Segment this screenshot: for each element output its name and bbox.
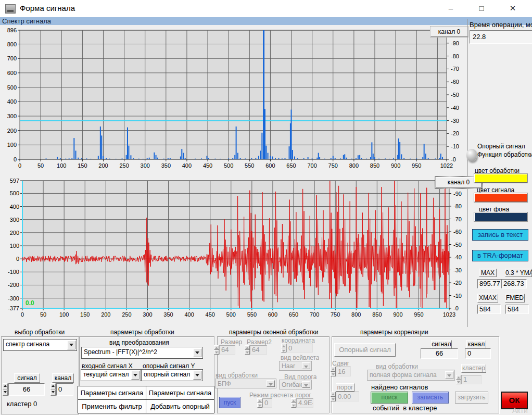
write-button[interactable]: записать: [412, 392, 449, 404]
chevron-down-icon[interactable]: [193, 348, 201, 357]
signal-color-swatch[interactable]: [474, 193, 527, 202]
y-tick-label: 0: [16, 256, 19, 262]
maximize-button[interactable]: □: [470, 0, 493, 17]
signal-params-y-button[interactable]: Параметры сигнала: [146, 386, 214, 400]
processing-group-label: параметры обработки: [110, 329, 174, 336]
cursor-readout: 0.0: [26, 299, 34, 307]
max-label: MAX: [479, 269, 497, 277]
chevron-down-icon[interactable]: [131, 371, 140, 380]
ref-y-select[interactable]: опорный сигнал: [141, 369, 203, 381]
x-tick-label: 250: [122, 311, 131, 318]
corr-channel-field[interactable]: 0: [465, 348, 491, 359]
x-tick-label: 400: [182, 162, 192, 169]
threshold-kind-select[interactable]: Огибающая: [279, 380, 312, 389]
spin-down-icon[interactable]: [3, 389, 8, 396]
spin-up-icon[interactable]: [50, 383, 56, 389]
window-group-label: параметры оконной обработки: [229, 329, 319, 336]
y-tick-label: -377: [8, 305, 19, 311]
corr-threshold-field[interactable]: 0.00: [336, 392, 359, 401]
shift-field[interactable]: 16: [336, 367, 351, 376]
apply-filter-button[interactable]: Применить фильтр: [78, 399, 146, 413]
background-color-swatch[interactable]: [474, 212, 527, 221]
y-tick-label: 300: [10, 217, 19, 223]
run-button[interactable]: пуск: [219, 397, 240, 408]
coord-stepper[interactable]: [281, 344, 286, 353]
shift-stepper[interactable]: [331, 367, 336, 376]
signal-stepper[interactable]: [3, 383, 8, 396]
x-tick-label: 200: [101, 311, 110, 318]
y-tick-label: 700: [7, 55, 17, 61]
chevron-down-icon[interactable]: [67, 341, 75, 349]
spectrum-channel-button[interactable]: канал 0: [430, 27, 468, 37]
x-tick-label: 500: [226, 311, 236, 318]
y-tick-label: -200: [8, 282, 19, 288]
cluster-stepper[interactable]: [456, 375, 461, 384]
add-reference-button[interactable]: Добавить опорный: [146, 399, 214, 413]
operation-time-field[interactable]: 22.8: [470, 30, 532, 44]
transform-select-value: Spectrum - |FFT(X)|^2/n^2: [84, 348, 193, 356]
write-text-button[interactable]: запись в текст: [472, 229, 528, 241]
x-tick-label: 700: [307, 162, 316, 169]
corr-threshold-stepper[interactable]: [331, 392, 336, 401]
y-tick-label: 0: [14, 156, 17, 162]
search-button[interactable]: поиск: [371, 392, 408, 404]
cluster-field[interactable]: 1: [461, 375, 482, 384]
yma-field[interactable]: 268.73: [501, 279, 527, 288]
x-tick-label: 0: [21, 311, 24, 318]
section-header-label: Спектр сигнала: [2, 17, 51, 25]
max-field[interactable]: 895.77: [477, 279, 502, 288]
corr-signal-field[interactable]: 66: [421, 348, 458, 359]
wavelet-select[interactable]: Haar: [279, 361, 312, 371]
corr-proc-select[interactable]: полная форма сигнала: [367, 370, 455, 381]
input-x-select[interactable]: текущий сигнал: [81, 369, 141, 381]
size-field[interactable]: 64: [219, 345, 235, 355]
plot-background: [22, 181, 449, 308]
x-tick-label: 350: [163, 311, 173, 318]
reference-signal-button[interactable]: Опорный сигнал: [334, 343, 396, 357]
channel-field[interactable]: 0: [56, 383, 73, 396]
corr-signal-label: сигнал: [431, 340, 452, 349]
spectrum-plot[interactable]: 8968007006005004003002001000-90-80-70-60…: [0, 25, 467, 173]
mode-stepper[interactable]: [257, 398, 262, 408]
y2-tick-label: -20: [453, 280, 462, 286]
corr-cluster-label: кластер: [461, 364, 486, 373]
waveform-plot[interactable]: 5975004003002001000-100-200-300-377-90-8…: [0, 174, 484, 325]
mode-field[interactable]: 0: [262, 398, 272, 408]
spin-up-icon[interactable]: [3, 383, 8, 389]
correlation-group-label: параметры корреляции: [360, 329, 428, 336]
channel-stepper[interactable]: [50, 383, 56, 396]
size2-stepper[interactable]: [245, 345, 250, 355]
win-threshold-stepper[interactable]: [291, 398, 296, 408]
spectrum-chart: 8968007006005004003002001000-90-80-70-60…: [0, 25, 467, 174]
window-proc-value: БПФ: [218, 380, 267, 387]
minimize-button[interactable]: –: [439, 0, 463, 17]
size2-field[interactable]: 64: [250, 345, 267, 355]
window-proc-select[interactable]: БПФ: [215, 379, 276, 388]
fmed-field[interactable]: 584: [505, 305, 529, 314]
close-button[interactable]: ✕: [501, 0, 525, 17]
signal-field[interactable]: 66: [8, 383, 45, 396]
y-tick-label: 400: [10, 204, 19, 210]
x-tick-label: 50: [40, 311, 46, 318]
processing-color-swatch[interactable]: [474, 174, 527, 183]
y-tick-label: 500: [10, 190, 19, 196]
watermark-text: Акти: [512, 406, 528, 414]
tra-format-button[interactable]: в TRA-формат: [472, 250, 528, 261]
x-tick-label: 1023: [443, 311, 455, 318]
coord-field[interactable]: 0: [286, 344, 313, 353]
chevron-down-icon: [302, 362, 310, 369]
size-stepper[interactable]: [214, 345, 219, 355]
chevron-down-icon[interactable]: [193, 371, 201, 380]
y2-tick-label: -40: [451, 105, 459, 111]
spin-down-icon[interactable]: [50, 389, 56, 396]
load-button[interactable]: загрузить: [455, 392, 488, 404]
win-threshold-field[interactable]: 4.9E-3: [296, 398, 313, 408]
y2-tick-label: -40: [453, 254, 462, 260]
signal-params-x-button[interactable]: Параметры сигнала: [78, 386, 146, 400]
processing-select[interactable]: спектр сигнала: [3, 339, 77, 351]
xmax-label: XMAX: [477, 294, 498, 303]
xmax-field[interactable]: 584: [477, 305, 501, 314]
transform-select[interactable]: Spectrum - |FFT(X)|^2/n^2: [81, 347, 203, 359]
wavelet-label: вид вейвлета: [281, 354, 319, 361]
signal-mode-toggle[interactable]: [466, 149, 477, 161]
